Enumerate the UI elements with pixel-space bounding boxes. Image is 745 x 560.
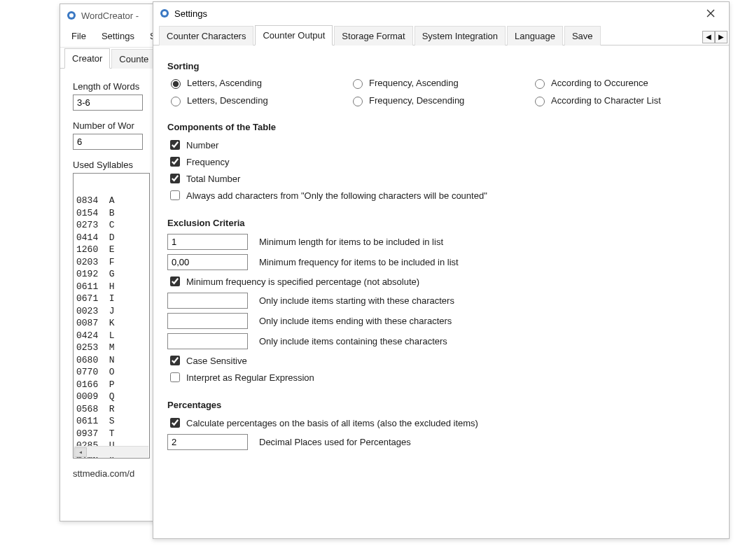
syllable-line: 0023 J <box>74 305 149 318</box>
syllable-line: 0203 F <box>74 256 149 269</box>
decimals-label: Decimal Places used for Percentages <box>259 437 411 447</box>
start-chars-label: Only include items starting with these c… <box>259 295 454 306</box>
sort-option[interactable]: According to Character List <box>531 94 713 106</box>
min-freq-input[interactable] <box>167 254 248 270</box>
checkbox-number[interactable] <box>170 140 180 150</box>
length-input[interactable] <box>73 94 143 111</box>
contain-chars-input[interactable] <box>167 333 248 349</box>
h-scrollbar[interactable]: ◂ <box>74 446 148 457</box>
app-icon <box>66 10 77 21</box>
exclusion-head: Exclusion Criteria <box>167 218 715 228</box>
tab-storage-format[interactable]: Storage Format <box>334 26 412 46</box>
check-calc-all[interactable]: Calculate percentages on the basis of al… <box>167 416 715 430</box>
check-frequency[interactable]: Frequency <box>167 155 715 169</box>
number-input[interactable] <box>73 134 143 150</box>
syllable-line: 0166 P <box>74 379 149 391</box>
checkbox-always[interactable] <box>170 190 180 200</box>
settings-title: Settings <box>174 8 207 19</box>
end-chars-label: Only include items ending with these cha… <box>259 316 452 326</box>
min-freq-label: Minimum frequency for items to be includ… <box>259 257 459 267</box>
end-chars-input[interactable] <box>167 313 248 329</box>
tab-counter[interactable]: Counte <box>111 49 156 69</box>
syllable-line: 0009 Q <box>74 391 149 403</box>
decimals-input[interactable] <box>167 434 248 450</box>
check-min-freq-pct[interactable]: Minimum frequency is specified percentag… <box>167 274 715 288</box>
syllable-line: 0192 G <box>74 268 149 281</box>
sort-option[interactable]: Letters, Ascending <box>167 77 349 89</box>
syllables-list[interactable]: 0834 A0154 B0273 C0414 D1260 E0203 F0192… <box>73 173 150 458</box>
syllable-line: 0424 L <box>74 330 149 342</box>
min-length-label: Minimum length for items to be included … <box>259 237 443 247</box>
checkbox-frequency[interactable] <box>170 157 180 167</box>
tab-counter-characters[interactable]: Counter Characters <box>159 26 253 46</box>
sort-label: According to Character List <box>551 95 661 106</box>
start-chars-input[interactable] <box>167 293 248 309</box>
sorting-head: Sorting <box>167 61 715 71</box>
sort-label: Frequency, Ascending <box>369 78 459 88</box>
syllable-line: 0253 M <box>74 342 149 354</box>
sort-radio[interactable] <box>535 97 545 106</box>
tab-nav-left[interactable]: ◀ <box>702 31 715 43</box>
tab-nav-right[interactable]: ▶ <box>715 31 727 43</box>
close-button[interactable] <box>698 5 723 22</box>
check-regex[interactable]: Interpret as Regular Expression <box>167 370 715 384</box>
checkbox-total[interactable] <box>170 174 180 183</box>
sort-option[interactable]: Frequency, Ascending <box>349 77 531 89</box>
sort-label: According to Occurence <box>551 78 648 88</box>
check-always-add[interactable]: Always add characters from "Only the fol… <box>167 188 715 202</box>
min-length-input[interactable] <box>167 234 248 250</box>
tab-language[interactable]: Language <box>507 26 563 46</box>
check-number[interactable]: Number <box>167 138 715 152</box>
sort-radio[interactable] <box>171 79 181 89</box>
syllable-line: 0937 T <box>74 428 149 440</box>
tab-counter-output[interactable]: Counter Output <box>255 25 333 46</box>
checkbox-calc-all[interactable] <box>170 418 180 428</box>
sort-option[interactable]: Frequency, Descending <box>349 94 531 106</box>
tab-save[interactable]: Save <box>564 26 601 46</box>
components-head: Components of the Table <box>167 122 715 132</box>
scroll-left-icon[interactable]: ◂ <box>74 447 87 457</box>
checkbox-regex[interactable] <box>170 372 180 382</box>
sort-radio[interactable] <box>535 79 545 89</box>
syllable-line: 0273 C <box>74 219 149 232</box>
window-title: WordCreator - <box>81 10 139 21</box>
tab-system-integration[interactable]: System Integration <box>415 26 506 46</box>
syllable-line: 0087 K <box>74 317 149 330</box>
menu-settings[interactable]: Settings <box>96 29 140 43</box>
checkbox-min-freq-pct[interactable] <box>170 276 180 286</box>
checkbox-case-sensitive[interactable] <box>170 356 180 365</box>
syllable-line: 0611 H <box>74 281 149 293</box>
sort-radio[interactable] <box>353 97 363 106</box>
syllable-line: 1260 E <box>74 244 149 256</box>
sort-radio[interactable] <box>353 79 363 89</box>
menu-file[interactable]: File <box>66 29 92 43</box>
syllable-line: 0568 R <box>74 403 149 416</box>
settings-app-icon <box>159 8 170 19</box>
syllable-line: 0671 I <box>74 293 149 305</box>
tab-creator[interactable]: Creator <box>64 48 110 69</box>
sort-radio[interactable] <box>171 97 181 106</box>
sort-label: Letters, Descending <box>187 95 268 106</box>
syllable-line: 0414 D <box>74 232 149 244</box>
sort-label: Frequency, Descending <box>369 95 464 106</box>
syllable-line: 0834 A <box>74 195 149 207</box>
sort-option[interactable]: Letters, Descending <box>167 94 349 106</box>
svg-point-1 <box>69 13 74 18</box>
contain-chars-label: Only include items containing these char… <box>259 336 447 346</box>
check-total[interactable]: Total Number <box>167 172 715 186</box>
check-case-sensitive[interactable]: Case Sensitive <box>167 354 715 368</box>
svg-point-3 <box>162 11 167 15</box>
syllable-line: 0770 O <box>74 366 149 379</box>
syllable-line: 0680 N <box>74 354 149 367</box>
percentages-head: Percentages <box>167 400 715 410</box>
sort-label: Letters, Ascending <box>187 78 262 88</box>
sort-option[interactable]: According to Occurence <box>531 77 713 89</box>
syllable-line: 0154 B <box>74 207 149 220</box>
syllable-line: 0611 S <box>74 415 149 428</box>
